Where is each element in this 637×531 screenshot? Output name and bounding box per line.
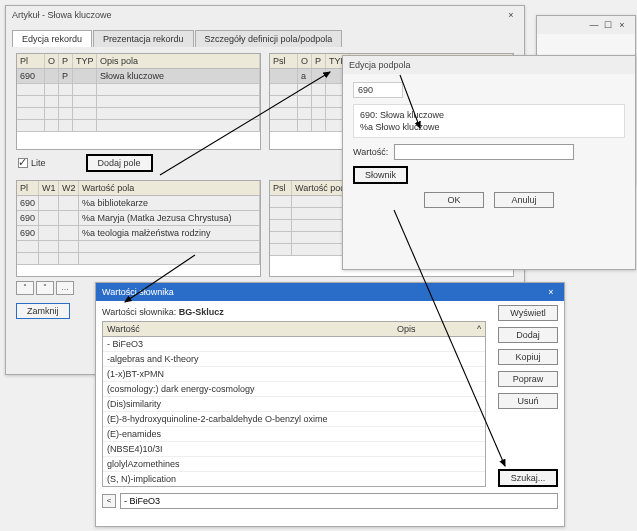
table-row bbox=[17, 96, 260, 108]
slownik-button[interactable]: Słownik bbox=[353, 166, 408, 184]
code-box: 690 bbox=[353, 82, 403, 98]
search-input[interactable] bbox=[120, 493, 558, 509]
value-input[interactable] bbox=[394, 144, 574, 160]
list-header: Wartość Opis ^ bbox=[102, 321, 486, 337]
titlebar: Artykuł - Słowa kluczowe × bbox=[6, 6, 524, 24]
col-p: P bbox=[59, 54, 73, 68]
ok-button[interactable]: OK bbox=[424, 192, 484, 208]
nav-more-button[interactable]: … bbox=[56, 281, 74, 295]
kopiuj-button[interactable]: Kopiuj bbox=[498, 349, 558, 365]
footer-prev-button[interactable]: < bbox=[102, 494, 116, 508]
col-w2: W2 bbox=[59, 181, 79, 195]
col-pl: Pl bbox=[17, 181, 39, 195]
add-field-button[interactable]: Dodaj pole bbox=[86, 154, 153, 172]
tab-szczegoly-definicji[interactable]: Szczegóły definicji pola/podpola bbox=[195, 30, 343, 47]
table-row[interactable]: 690 %a Maryja (Matka Jezusa Chrystusa) bbox=[17, 211, 260, 226]
tabbar: Edycja rekordu Prezentacja rekordu Szcze… bbox=[12, 30, 518, 47]
table-row bbox=[17, 120, 260, 132]
col-typ: TYP bbox=[73, 54, 97, 68]
tab-edycja-rekordu[interactable]: Edycja rekordu bbox=[12, 30, 92, 47]
col-o: O bbox=[45, 54, 59, 68]
col-w1: W1 bbox=[39, 181, 59, 195]
col-wartosc: Wartość bbox=[103, 322, 393, 336]
field-values-grid: Pl W1 W2 Wartość pola 690 %a bibliotekar… bbox=[16, 180, 261, 277]
usun-button[interactable]: Usuń bbox=[498, 393, 558, 409]
scroll-head: ^ bbox=[473, 322, 485, 336]
table-row[interactable]: 690 %a bibliotekarze bbox=[17, 196, 260, 211]
list-item[interactable]: glolylAzomethines bbox=[103, 457, 485, 472]
fields-grid: Pl O P TYP Opis pola 690 P Słowa kluczow… bbox=[16, 53, 261, 150]
desc-lines: 690: Słowa kluczowe %a Słowo kluczowe bbox=[353, 104, 625, 138]
wyswietl-button[interactable]: Wyświetl bbox=[498, 305, 558, 321]
nav-up-button[interactable]: ˄ bbox=[16, 281, 34, 295]
cancel-button[interactable]: Anuluj bbox=[494, 192, 554, 208]
window-title: Wartości słownika bbox=[102, 283, 174, 301]
value-label: Wartość: bbox=[353, 147, 388, 157]
col-opis: Opis bbox=[393, 322, 473, 336]
table-row bbox=[17, 108, 260, 120]
list-item[interactable]: (E)-enamides bbox=[103, 427, 485, 442]
col-wartosc: Wartość pola bbox=[79, 181, 260, 195]
szukaj-button[interactable]: Szukaj... bbox=[498, 469, 558, 487]
dictionary-window: Wartości słownika × Wartości słownika: B… bbox=[95, 282, 565, 527]
table-row bbox=[17, 253, 260, 265]
col-p: P bbox=[312, 54, 326, 68]
list-item[interactable]: (NBSE4)10/3I bbox=[103, 442, 485, 457]
list-item[interactable]: (Dis)similarity bbox=[103, 397, 485, 412]
list-item[interactable]: - BiFeO3 bbox=[103, 337, 485, 352]
titlebar: Edycja podpola bbox=[343, 56, 635, 74]
tab-prezentacja-rekordu[interactable]: Prezentacja rekordu bbox=[93, 30, 194, 47]
nav-down-button[interactable]: ˅ bbox=[36, 281, 54, 295]
close-button[interactable]: × bbox=[544, 283, 558, 301]
close-button[interactable]: Zamknij bbox=[16, 303, 70, 319]
col-o: O bbox=[298, 54, 312, 68]
col-pl: Pl bbox=[17, 54, 45, 68]
dict-label: Wartości słownika: BG-Sklucz bbox=[102, 305, 486, 321]
col-psl: Psl bbox=[270, 181, 292, 195]
table-row[interactable]: 690 P Słowa kluczowe bbox=[17, 69, 260, 84]
col-opis: Opis pola bbox=[97, 54, 260, 68]
dict-list[interactable]: - BiFeO3-algebras and K-theory(1-x)BT-xP… bbox=[102, 337, 486, 487]
titlebar: — ☐ × bbox=[537, 16, 635, 34]
dialog-title: Edycja podpola bbox=[349, 56, 411, 74]
list-item[interactable]: -algebras and K-theory bbox=[103, 352, 485, 367]
dodaj-button[interactable]: Dodaj bbox=[498, 327, 558, 343]
list-item[interactable]: (E)-8-hydroxyquinoline-2-carbaldehyde O-… bbox=[103, 412, 485, 427]
table-row bbox=[17, 84, 260, 96]
lite-checkbox-left[interactable]: Lite bbox=[18, 158, 46, 168]
titlebar: Wartości słownika × bbox=[96, 283, 564, 301]
window-title: Artykuł - Słowa kluczowe bbox=[12, 6, 112, 24]
table-row bbox=[17, 241, 260, 253]
minimize-button[interactable]: — bbox=[587, 16, 601, 34]
maximize-button[interactable]: ☐ bbox=[601, 16, 615, 34]
edit-subfield-dialog: Edycja podpola 690 690: Słowa kluczowe %… bbox=[342, 55, 636, 270]
table-row[interactable]: 690 %a teologia małżeństwa rodziny bbox=[17, 226, 260, 241]
list-item[interactable]: (S, N)-implication bbox=[103, 472, 485, 487]
close-button[interactable]: × bbox=[615, 16, 629, 34]
list-item[interactable]: (1-x)BT-xPMN bbox=[103, 367, 485, 382]
col-psl: Psl bbox=[270, 54, 298, 68]
list-item[interactable]: (cosmology:) dark energy-cosmology bbox=[103, 382, 485, 397]
close-button[interactable]: × bbox=[504, 6, 518, 24]
popraw-button[interactable]: Popraw bbox=[498, 371, 558, 387]
